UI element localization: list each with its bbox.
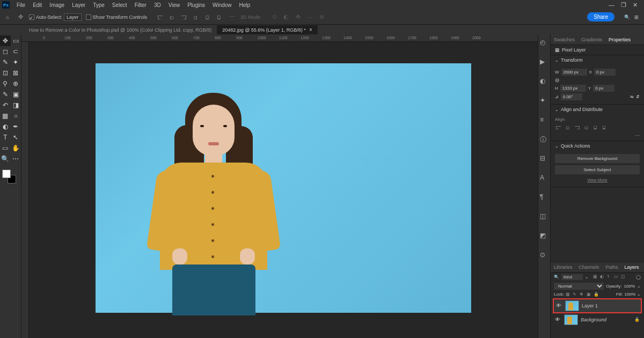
collapse-icon[interactable]: ⌄ (555, 58, 559, 63)
menu-image[interactable]: Image (46, 2, 68, 8)
lock-all-icon[interactable]: 🔒 (594, 292, 599, 297)
y-input[interactable] (593, 85, 614, 92)
gradient-tool[interactable]: ▦ (0, 111, 11, 121)
menu-help[interactable]: Help (236, 2, 254, 8)
menu-window[interactable]: Window (209, 2, 236, 8)
search-icon[interactable]: 🔍 (624, 14, 630, 20)
visibility-icon[interactable]: 👁 (555, 317, 561, 322)
align-right-icon[interactable]: ⫎ (179, 13, 188, 21)
link-dimensions-icon[interactable]: ⊖ (555, 77, 559, 83)
menu-plugins[interactable]: Plugins (184, 2, 209, 8)
remove-background-button[interactable]: Remove Background (555, 154, 640, 163)
dropdown-icon[interactable]: ⌄ (637, 284, 641, 289)
workspace-icon[interactable]: ⊞ (634, 14, 639, 20)
align-top-edges-icon[interactable]: ⫏ (582, 123, 590, 131)
align-bottom-edges-icon[interactable]: ⫒ (601, 123, 608, 131)
restore-icon[interactable]: ❐ (621, 2, 626, 9)
distribute-icon[interactable]: ⋯ (228, 13, 236, 21)
frame-tool[interactable]: ⊠ (11, 68, 21, 78)
zoom-tool[interactable]: 🔍 (0, 153, 11, 164)
brush-tool[interactable]: ✎ (0, 89, 11, 100)
dodge-tool[interactable]: ◐ (0, 121, 11, 132)
shape-tool[interactable]: ▭ (0, 143, 11, 153)
fill-value[interactable]: 100% (625, 292, 635, 297)
dropdown-icon[interactable]: ⌄ (585, 275, 589, 280)
collapse-icon[interactable]: ⌄ (555, 107, 559, 112)
eraser-tool[interactable]: ◨ (11, 100, 21, 111)
align-middle-icon[interactable]: ⫑ (203, 13, 211, 21)
artboard-tool[interactable]: ▭ (11, 35, 21, 46)
canvas[interactable] (96, 63, 471, 313)
styles-icon[interactable]: ✦ (540, 97, 548, 105)
layer-item-selected[interactable]: 👁 Layer 1 (553, 298, 642, 313)
menu-type[interactable]: Type (89, 2, 108, 8)
blur-tool[interactable]: ○ (11, 111, 21, 121)
flip-h-icon[interactable]: ⇋ (630, 94, 634, 99)
home-icon[interactable]: ⌂ (3, 13, 12, 21)
horizontal-ruler[interactable]: 0100200300400500600700800900100011001200… (21, 34, 538, 42)
blend-mode-select[interactable]: Normal (554, 283, 604, 290)
layer-name[interactable]: Layer 1 (582, 303, 639, 308)
lock-position-icon[interactable]: ✥ (580, 292, 585, 297)
edit-toolbar[interactable]: ⋯ (11, 153, 21, 164)
align-left-icon[interactable]: ⫍ (156, 13, 164, 21)
menu-file[interactable]: File (13, 2, 29, 8)
eyedropper-tool[interactable]: ⚲ (0, 78, 11, 89)
opacity-value[interactable]: 100% (624, 284, 635, 289)
align-bottom-icon[interactable]: ⫒ (215, 13, 223, 21)
pen-tool[interactable]: ✒ (11, 121, 21, 132)
libraries-tab[interactable]: Libraries (551, 264, 576, 270)
lock-transparency-icon[interactable]: ▦ (566, 292, 571, 297)
visibility-icon[interactable]: 👁 (556, 303, 562, 308)
menu-edit[interactable]: Edit (29, 2, 46, 8)
tab-close-icon[interactable]: × (309, 27, 312, 33)
lock-artboard-icon[interactable]: ▣ (587, 292, 592, 297)
height-input[interactable] (560, 85, 586, 92)
filter-toggle-icon[interactable]: ◯ (636, 275, 641, 280)
filter-smart-icon[interactable]: ◫ (621, 274, 626, 280)
menu-filter[interactable]: Filter (131, 2, 150, 8)
type-tool[interactable]: T (0, 132, 11, 143)
close-icon[interactable]: ✕ (633, 2, 638, 9)
width-input[interactable] (561, 69, 587, 76)
info-icon[interactable]: ⓘ (540, 135, 548, 144)
filter-pixel-icon[interactable]: ▦ (593, 274, 598, 280)
show-transform-checkbox[interactable] (86, 14, 91, 20)
gradients-tab[interactable]: Gradients (578, 37, 605, 42)
minimize-icon[interactable]: — (609, 2, 614, 9)
search-icon[interactable]: 🔍 (554, 275, 559, 280)
menu-view[interactable]: View (165, 2, 184, 8)
adjustments-icon[interactable]: ◐ (540, 77, 548, 86)
paths-tab[interactable]: Paths (603, 264, 621, 270)
move-tool-icon[interactable]: ✥ (16, 13, 25, 21)
align-vertical-centers-icon[interactable]: ⫑ (591, 123, 599, 131)
swatches-tab[interactable]: Swatches (551, 37, 578, 42)
layer-item[interactable]: 👁 Background 🔒 (553, 313, 642, 326)
kind-filter[interactable] (561, 274, 583, 280)
filter-adjustment-icon[interactable]: ◐ (600, 274, 605, 280)
path-tool[interactable]: ↖ (11, 132, 21, 143)
layer-name[interactable]: Background (581, 317, 632, 322)
lasso-tool[interactable]: ⊂ (11, 46, 21, 57)
tab-document-2[interactable]: 20482.jpg @ 55.6% (Layer 1, RGB/8) * × (217, 25, 318, 34)
foreground-color[interactable] (2, 170, 11, 178)
lock-image-icon[interactable]: ✎ (573, 292, 578, 297)
align-horizontal-centers-icon[interactable]: ⫐ (564, 123, 572, 131)
menu-3d[interactable]: 3D (150, 2, 165, 8)
select-subject-button[interactable]: Select Subject (555, 165, 640, 174)
lock-icon[interactable]: 🔒 (634, 317, 640, 322)
app-logo[interactable]: Ps (2, 1, 10, 9)
menu-layer[interactable]: Layer (68, 2, 89, 8)
angle-input[interactable] (561, 93, 582, 100)
comments-icon[interactable]: ⊙ (540, 251, 548, 260)
move-tool[interactable]: ✥ (0, 35, 11, 46)
share-button[interactable]: Share (587, 12, 614, 21)
more-options-icon[interactable]: ⋯ (635, 133, 640, 138)
selection-tool[interactable]: ✎ (0, 57, 11, 68)
properties-tab[interactable]: Properties (605, 37, 634, 42)
auto-select-checkbox[interactable] (29, 14, 34, 20)
align-right-edges-icon[interactable]: ⫎ (573, 123, 581, 131)
history-brush-tool[interactable]: ↶ (0, 100, 11, 111)
magic-wand-tool[interactable]: ✦ (11, 57, 21, 68)
brushes-icon[interactable]: ≡ (540, 116, 548, 124)
